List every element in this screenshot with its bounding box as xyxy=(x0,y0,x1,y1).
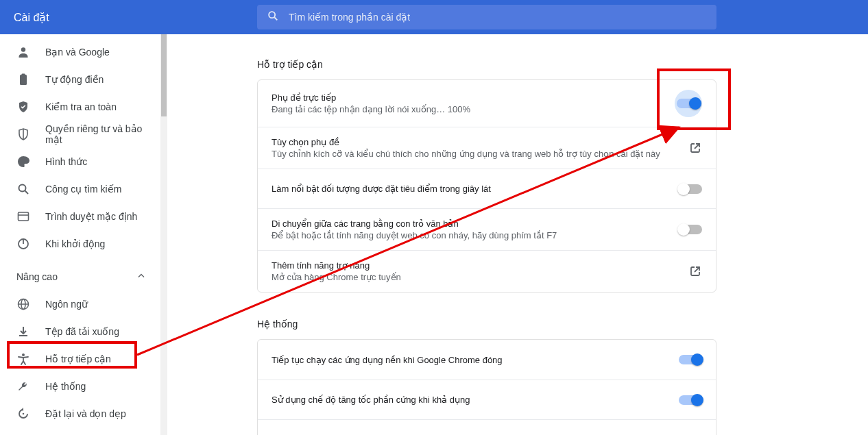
sidebar-item-label: Tệp đã tải xuống xyxy=(45,326,119,337)
external-link-icon[interactable] xyxy=(688,264,702,278)
sidebar-item-label: Hỗ trợ tiếp cận xyxy=(45,353,111,364)
chevron-up-icon xyxy=(136,271,147,284)
sidebar-item-adv-2[interactable]: Hỗ trợ tiếp cận xyxy=(0,345,160,373)
setting-row-title: Tiếp tục chạy các ứng dụng nền khi Googl… xyxy=(272,355,671,365)
setting-row-subtitle: Để bật hoặc tắt tính năng duyệt web có c… xyxy=(272,230,671,240)
sidebar: Bạn và GoogleTự động điềnKiểm tra an toà… xyxy=(0,34,160,435)
sidebar-item-5[interactable]: Công cụ tìm kiếm xyxy=(0,175,160,203)
shield-check-icon xyxy=(16,100,30,114)
accessibility-card: Phụ đề trực tiếpĐang tải các tệp nhận dạ… xyxy=(257,79,716,293)
accessibility-row-1[interactable]: Tùy chọn phụ đềTùy chỉnh kích cỡ và kiểu… xyxy=(258,127,716,169)
system-row-2[interactable]: Mở tùy chọn cài đặt proxy trên máy tính … xyxy=(258,419,716,435)
sidebar-item-label: Hệ thống xyxy=(45,381,86,392)
sidebar-item-adv-1[interactable]: Tệp đã tải xuống xyxy=(0,318,160,345)
search-icon xyxy=(16,182,30,196)
restore-icon xyxy=(16,407,30,421)
main-content: Hỗ trợ tiếp cận Phụ đề trực tiếpĐang tải… xyxy=(167,34,868,435)
sidebar-item-label: Tự động điền xyxy=(45,74,104,85)
search-box[interactable] xyxy=(257,5,716,29)
section-title-accessibility: Hỗ trợ tiếp cận xyxy=(257,59,716,70)
system-row-1: Sử dụng chế độ tăng tốc phần cứng khi kh… xyxy=(258,380,716,419)
setting-row-title: Thêm tính năng trợ năng xyxy=(272,260,680,271)
external-link-icon[interactable] xyxy=(688,433,702,436)
download-icon xyxy=(16,325,30,338)
setting-row-title: Sử dụng chế độ tăng tốc phần cứng khi kh… xyxy=(272,395,671,405)
sidebar-item-label: Kiểm tra an toàn xyxy=(45,101,117,112)
sidebar-item-label: Đặt lại và dọn dẹp xyxy=(45,408,126,419)
setting-row-subtitle: Mở cửa hàng Chrome trực tuyến xyxy=(272,272,680,282)
toggle-switch[interactable] xyxy=(675,90,702,117)
search-icon xyxy=(267,10,279,25)
sidebar-item-label: Khi khởi động xyxy=(45,238,105,249)
accessibility-row-2: Làm nổi bật đối tượng được đặt tiêu điểm… xyxy=(258,169,716,208)
clipboard-icon xyxy=(16,73,30,86)
accessibility-row-4[interactable]: Thêm tính năng trợ năngMở cửa hàng Chrom… xyxy=(258,250,716,292)
sidebar-item-adv-4[interactable]: Đặt lại và dọn dẹp xyxy=(0,400,160,427)
setting-row-subtitle: Tùy chỉnh kích cỡ và kiểu chú thích cho … xyxy=(272,149,680,159)
search-input[interactable] xyxy=(289,12,707,23)
browser-icon xyxy=(16,210,30,223)
setting-row-title: Làm nổi bật đối tượng được đặt tiêu điểm… xyxy=(272,184,671,194)
system-row-0: Tiếp tục chạy các ứng dụng nền khi Googl… xyxy=(258,340,716,380)
person-icon xyxy=(16,45,30,59)
wrench-icon xyxy=(16,380,30,393)
sidebar-item-adv-3[interactable]: Hệ thống xyxy=(0,373,160,400)
sidebar-item-label: Trình duyệt mặc định xyxy=(45,211,137,222)
header-bar: Cài đặt xyxy=(0,0,868,34)
sidebar-item-7[interactable]: Khi khởi động xyxy=(0,230,160,258)
system-card: Tiếp tục chạy các ứng dụng nền khi Googl… xyxy=(257,339,716,435)
sidebar-scrollbar[interactable] xyxy=(160,34,167,435)
sidebar-item-label: Ngôn ngữ xyxy=(45,299,88,310)
sidebar-item-label: Hình thức xyxy=(45,156,87,167)
sidebar-item-label: Bạn và Google xyxy=(45,47,110,58)
sidebar-item-label: Công cụ tìm kiếm xyxy=(45,184,121,195)
sidebar-item-0[interactable]: Bạn và Google xyxy=(0,38,160,66)
sidebar-item-4[interactable]: Hình thức xyxy=(0,148,160,175)
sidebar-advanced-label: Nâng cao xyxy=(16,271,58,282)
sidebar-item-2[interactable]: Kiểm tra an toàn xyxy=(0,93,160,121)
external-link-icon[interactable] xyxy=(688,141,702,155)
shield-icon xyxy=(16,127,30,141)
sidebar-item-3[interactable]: Quyền riêng tư và bảo mật xyxy=(0,121,160,148)
power-icon xyxy=(16,237,30,251)
toggle-switch[interactable] xyxy=(679,395,702,405)
sidebar-item-1[interactable]: Tự động điền xyxy=(0,66,160,93)
section-title-system: Hệ thống xyxy=(257,319,716,330)
sidebar-advanced-toggle[interactable]: Nâng cao xyxy=(0,263,160,290)
scrollbar-thumb[interactable] xyxy=(161,34,167,116)
toggle-switch[interactable] xyxy=(679,184,702,194)
setting-row-subtitle: Đang tải các tệp nhận dạng lời nói xuống… xyxy=(272,104,666,114)
palette-icon xyxy=(16,155,30,169)
setting-row-title: Phụ đề trực tiếp xyxy=(272,92,666,103)
sidebar-item-adv-0[interactable]: Ngôn ngữ xyxy=(0,290,160,318)
app-title: Cài đặt xyxy=(14,11,49,24)
toggle-switch[interactable] xyxy=(679,225,702,234)
accessibility-icon xyxy=(16,352,30,366)
globe-icon xyxy=(16,297,30,311)
accessibility-row-0: Phụ đề trực tiếpĐang tải các tệp nhận dạ… xyxy=(258,80,716,127)
setting-row-title: Tùy chọn phụ đề xyxy=(272,137,680,147)
accessibility-row-3: Di chuyển giữa các trang bằng con trỏ vă… xyxy=(258,208,716,250)
setting-row-title: Di chuyển giữa các trang bằng con trỏ vă… xyxy=(272,219,671,229)
toggle-switch[interactable] xyxy=(679,355,702,364)
sidebar-item-label: Quyền riêng tư và bảo mật xyxy=(45,123,160,145)
sidebar-item-6[interactable]: Trình duyệt mặc định xyxy=(0,203,160,230)
